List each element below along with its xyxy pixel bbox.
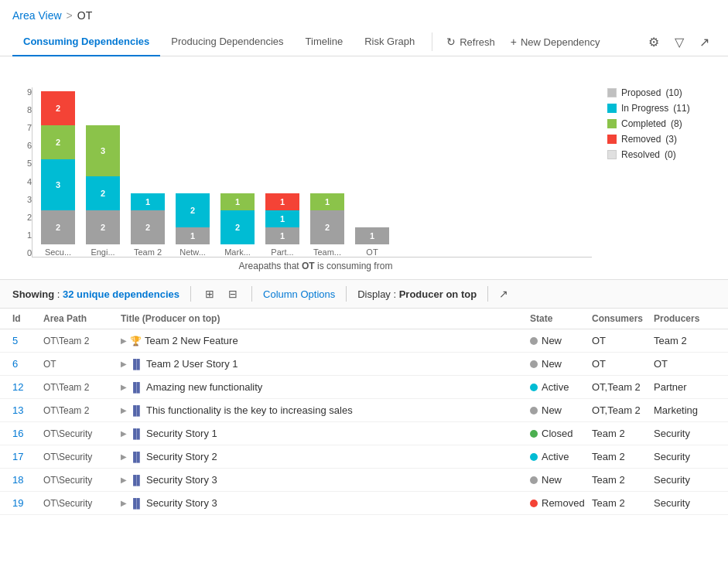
cell-state: Removed bbox=[530, 497, 592, 509]
expand-arrow[interactable]: ▶ bbox=[121, 452, 127, 461]
cell-id[interactable]: 17 bbox=[12, 451, 43, 462]
table-header: Id Area Path Title (Producer on top) Sta… bbox=[0, 309, 728, 329]
bar-group-teamx[interactable]: 2 1 Team... bbox=[308, 193, 347, 257]
expand-icon[interactable]: ↗ bbox=[693, 30, 716, 54]
cell-id[interactable]: 16 bbox=[12, 428, 43, 439]
legend-color-removed bbox=[607, 135, 617, 144]
story-icon: ▐▌ bbox=[130, 475, 143, 486]
bar-group-network[interactable]: 1 2 Netw... bbox=[173, 193, 212, 257]
table-body: 5 OT\Team 2 ▶ 🏆 Team 2 New Feature New O… bbox=[0, 329, 728, 515]
bar-group-engineering[interactable]: 2 2 3 Engi... bbox=[84, 125, 122, 257]
expand-table-icon[interactable]: ↗ bbox=[499, 288, 508, 300]
title-text: Security Story 3 bbox=[146, 474, 217, 486]
cell-producers: Security bbox=[654, 497, 716, 509]
y-label-6: 6 bbox=[12, 141, 32, 150]
title-text: Security Story 2 bbox=[146, 451, 217, 462]
legend-item-inprogress: In Progress (11) bbox=[607, 103, 716, 114]
cell-consumers: Team 2 bbox=[592, 497, 654, 509]
sep-v4 bbox=[487, 286, 488, 302]
cell-id[interactable]: 5 bbox=[12, 335, 43, 346]
bar-label-network: Netw... bbox=[173, 247, 212, 257]
bar-group-ot[interactable]: 1 OT bbox=[353, 227, 391, 257]
cell-area-path: OT\Security bbox=[43, 498, 121, 509]
state-dot bbox=[530, 500, 538, 507]
cell-producers: Security bbox=[654, 428, 716, 439]
expand-arrow[interactable]: ▶ bbox=[121, 476, 127, 484]
filter-icon[interactable]: ▽ bbox=[668, 30, 690, 54]
state-dot bbox=[530, 407, 538, 414]
bar-group-team2[interactable]: 2 1 Team 2 bbox=[128, 193, 167, 257]
cell-state: New bbox=[530, 474, 592, 486]
state-label: Closed bbox=[542, 428, 572, 439]
legend-label-removed: Removed bbox=[621, 134, 661, 145]
bar-group-marketing[interactable]: 2 1 Mark... bbox=[218, 193, 257, 257]
legend-color-resolved bbox=[607, 150, 617, 159]
cell-title: ▶ ▐▌ Security Story 2 bbox=[121, 451, 530, 462]
bar-label-marketing: Mark... bbox=[218, 247, 257, 257]
cell-id[interactable]: 6 bbox=[12, 358, 43, 370]
cell-title: ▶ ▐▌ Team 2 User Story 1 bbox=[121, 358, 530, 370]
expand-arrow[interactable]: ▶ bbox=[121, 336, 127, 345]
expand-arrow[interactable]: ▶ bbox=[121, 360, 127, 368]
story-icon: ▐▌ bbox=[130, 359, 143, 370]
cell-id[interactable]: 18 bbox=[12, 474, 43, 486]
legend-item-proposed: Proposed (10) bbox=[607, 87, 716, 98]
cell-producers: Security bbox=[654, 451, 716, 462]
expand-arrow[interactable]: ▶ bbox=[121, 406, 127, 414]
y-label-9: 9 bbox=[12, 87, 32, 97]
cell-producers: OT bbox=[654, 358, 716, 370]
title-text: Security Story 3 bbox=[146, 497, 217, 509]
refresh-button[interactable]: ↻ Refresh bbox=[439, 31, 503, 53]
y-label-0: 0 bbox=[12, 248, 32, 258]
cell-id[interactable]: 12 bbox=[12, 381, 43, 393]
cell-consumers: OT,Team 2 bbox=[592, 404, 654, 416]
showing-label: Showing : 32 unique dependencies bbox=[12, 288, 179, 300]
cell-area-path: OT bbox=[43, 359, 121, 370]
table-row: 19 OT\Security ▶ ▐▌ Security Story 3 Rem… bbox=[0, 492, 728, 515]
state-label: New bbox=[542, 404, 562, 416]
bar-seg-completed: 1 bbox=[310, 193, 344, 210]
new-dependency-label: New Dependency bbox=[521, 36, 600, 48]
bar-seg-inprogress: 2 bbox=[86, 176, 120, 210]
cell-area-path: OT\Security bbox=[43, 475, 121, 486]
cell-consumers: Team 2 bbox=[592, 474, 654, 486]
cell-producers: Partner bbox=[654, 381, 716, 393]
bar-seg-proposed: 2 bbox=[131, 210, 165, 244]
cell-state: Active bbox=[530, 381, 592, 393]
tab-consuming-dependencies[interactable]: Consuming Dependencies bbox=[12, 28, 160, 56]
state-label: New bbox=[542, 474, 562, 486]
bar-group-security[interactable]: 2 3 2 2 Secu... bbox=[39, 91, 77, 257]
ungroup-icon[interactable]: ⊟ bbox=[225, 286, 241, 302]
legend-label-inprogress: In Progress bbox=[621, 103, 668, 114]
bar-label-teamx: Team... bbox=[308, 247, 347, 257]
bar-group-partner[interactable]: 1 1 1 Part... bbox=[263, 193, 302, 257]
bar-label-security: Secu... bbox=[39, 247, 77, 257]
bar-seg-inprogress: 1 bbox=[131, 193, 165, 210]
expand-arrow[interactable]: ▶ bbox=[121, 383, 127, 391]
group-icon[interactable]: ⊞ bbox=[202, 286, 217, 302]
cell-consumers: OT bbox=[592, 335, 654, 346]
cell-consumers: Team 2 bbox=[592, 428, 654, 439]
breadcrumb-area[interactable]: Area View bbox=[12, 9, 62, 22]
showing-count: 32 unique dependencies bbox=[63, 288, 179, 300]
tab-risk-graph[interactable]: Risk Graph bbox=[354, 28, 426, 56]
legend-item-resolved: Resolved (0) bbox=[607, 149, 716, 160]
cell-area-path: OT\Team 2 bbox=[43, 405, 121, 416]
tab-producing-dependencies[interactable]: Producing Dependencies bbox=[160, 28, 294, 56]
plus-icon: + bbox=[511, 36, 517, 48]
new-dependency-button[interactable]: + New Dependency bbox=[503, 31, 608, 53]
expand-arrow[interactable]: ▶ bbox=[121, 499, 127, 507]
legend-count-inprogress: (11) bbox=[673, 103, 689, 114]
bar-seg-proposed: 1 bbox=[355, 227, 389, 244]
bar-seg-removed: 2 bbox=[41, 91, 75, 125]
expand-arrow[interactable]: ▶ bbox=[121, 429, 127, 438]
column-options-link[interactable]: Column Options bbox=[263, 288, 335, 300]
cell-id[interactable]: 13 bbox=[12, 404, 43, 416]
cell-id[interactable]: 19 bbox=[12, 497, 43, 509]
bar-label-engineering: Engi... bbox=[84, 247, 122, 257]
cell-producers: Team 2 bbox=[654, 335, 716, 346]
settings-icon[interactable]: ⚙ bbox=[642, 30, 665, 54]
cell-consumers: OT bbox=[592, 358, 654, 370]
tab-timeline[interactable]: Timeline bbox=[295, 28, 354, 56]
y-label-2: 2 bbox=[12, 213, 32, 222]
